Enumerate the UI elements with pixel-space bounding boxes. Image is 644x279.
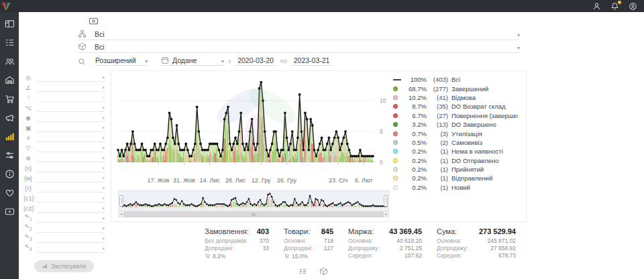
box-icon: ▣ bbox=[23, 125, 33, 132]
legend-item-8[interactable]: 0.2%(1)Нема в наявності bbox=[393, 147, 518, 156]
chevron-down-icon: ▾ bbox=[102, 195, 105, 202]
filter-select-7[interactable]: ▾ bbox=[37, 144, 105, 152]
chevron-down-icon: ▾ bbox=[102, 74, 105, 81]
navigator-scrollbar[interactable]: ◂ ▸ bbox=[118, 211, 389, 217]
filter-select-12[interactable]: ▾ bbox=[37, 194, 105, 203]
header-filters: Всі ▾ Всі ▾ Розширений ▾ bbox=[78, 14, 520, 68]
fingerprint-icon: ◉ bbox=[23, 115, 33, 122]
filter-select-17[interactable]: ▾ bbox=[37, 245, 105, 253]
filter-select-11[interactable]: ▾ bbox=[37, 184, 105, 192]
search-mode-select[interactable]: Розширений ▾ bbox=[95, 56, 148, 66]
nav-integrations-icon[interactable] bbox=[5, 150, 15, 160]
filter-row-17: ✎4▾ bbox=[23, 243, 105, 253]
filter-select-14[interactable]: ▾ bbox=[37, 215, 105, 223]
bell-icon[interactable] bbox=[610, 2, 619, 11]
nav-orders-icon[interactable] bbox=[5, 38, 15, 48]
products-view-icon[interactable] bbox=[319, 267, 328, 276]
legend-dot-swatch bbox=[393, 149, 398, 154]
nav-announce-icon[interactable] bbox=[5, 113, 15, 123]
filter-select-6[interactable]: ▾ bbox=[37, 134, 105, 142]
nav-customers-icon[interactable] bbox=[5, 56, 15, 66]
filter-select-10[interactable]: ▾ bbox=[37, 174, 105, 182]
upsell-rate: 8.2% bbox=[205, 252, 269, 260]
filter-select-2[interactable]: ▾ bbox=[37, 94, 105, 102]
upsell-rate: 15.0% bbox=[284, 252, 333, 260]
filter-select-9[interactable]: ▾ bbox=[37, 164, 105, 172]
filter-row-16: ✎3▾ bbox=[23, 233, 105, 243]
apply-button[interactable]: Застосувати bbox=[34, 260, 94, 272]
chevron-down-icon: ▾ bbox=[517, 33, 520, 38]
app-logo-icon[interactable] bbox=[1, 1, 11, 11]
legend-item-2[interactable]: 10.2%(41)Відмова bbox=[393, 93, 518, 102]
notification-badge bbox=[617, 0, 622, 5]
navigator-left-handle[interactable] bbox=[119, 195, 123, 207]
status-filter-value: Всі bbox=[95, 30, 517, 38]
scroll-left-arrow[interactable]: ◂ bbox=[118, 211, 124, 217]
filter-row-3: ⌥▾ bbox=[23, 102, 105, 112]
screen-icon[interactable] bbox=[89, 16, 99, 26]
nav-dashboard-icon[interactable] bbox=[5, 19, 15, 29]
legend-item-0[interactable]: 100%(403)Всі bbox=[393, 75, 518, 84]
legend-item-6[interactable]: 0.7%(3)Утилізація bbox=[393, 129, 518, 137]
date-to-input[interactable]: 2023-03-21 bbox=[291, 56, 333, 66]
chevron-down-icon: ▾ bbox=[102, 115, 105, 121]
date-to-label: по bbox=[280, 58, 287, 66]
filter-select-13[interactable]: ▾ bbox=[37, 205, 105, 213]
chevron-down-icon: ▾ bbox=[102, 85, 105, 91]
filter-select-15[interactable]: ▾ bbox=[37, 225, 105, 233]
date-field-value: Додане bbox=[172, 56, 197, 64]
account-icon[interactable] bbox=[629, 2, 637, 11]
package-icon bbox=[78, 42, 87, 51]
legend-item-3[interactable]: 8.7%(35)DO Возврат склад bbox=[393, 102, 518, 111]
legend-item-9[interactable]: 0.2%(1)DO Отправлено bbox=[393, 156, 518, 165]
filter-select-3[interactable]: ▾ bbox=[37, 104, 105, 112]
filter-select-1[interactable]: ▾ bbox=[37, 84, 105, 92]
product-filter-value: Всі bbox=[95, 43, 517, 51]
search-icon[interactable] bbox=[78, 58, 86, 66]
filter-select-16[interactable]: ▾ bbox=[37, 235, 105, 243]
scroll-thumb[interactable] bbox=[124, 211, 383, 217]
scroll-right-arrow[interactable]: ▸ bbox=[383, 211, 389, 217]
orders-chart[interactable]: 0510 bbox=[115, 74, 392, 174]
navigator-right-handle[interactable] bbox=[384, 195, 388, 207]
stat-subrow: Основна:245 871.02 bbox=[437, 237, 516, 245]
svg-text:10: 10 bbox=[380, 97, 386, 104]
status-filter-select[interactable]: Всі ▾ bbox=[78, 27, 520, 40]
user-icon[interactable] bbox=[592, 2, 601, 11]
nav-partners-icon[interactable] bbox=[5, 188, 15, 198]
filter-select-5[interactable]: ▾ bbox=[37, 124, 105, 132]
legend-dot-swatch bbox=[393, 87, 398, 91]
range-navigator[interactable] bbox=[118, 190, 389, 211]
braces-icon: {т} bbox=[23, 185, 33, 192]
date-from-input[interactable]: 2020-03-20 bbox=[235, 56, 276, 66]
legend-item-7[interactable]: 0.5%(2)Самовивіз bbox=[393, 138, 518, 147]
nav-info-icon[interactable] bbox=[5, 169, 15, 179]
legend-item-1[interactable]: 68.7%(277)Завершений bbox=[393, 84, 518, 93]
legend-item-11[interactable]: 0.2%(1)Відправлений bbox=[393, 174, 518, 182]
chevron-down-icon: ▾ bbox=[102, 95, 105, 101]
date-field-select[interactable]: Додане ▾ bbox=[161, 56, 224, 66]
filter-select-8[interactable]: ▾ bbox=[37, 154, 105, 162]
filter-select-4[interactable]: ▾ bbox=[37, 114, 105, 122]
list-view-icon[interactable] bbox=[299, 267, 307, 276]
legend-item-5[interactable]: 3.2%(13)DO Завершено bbox=[393, 120, 518, 129]
legend-dot-swatch bbox=[393, 185, 398, 190]
main-nav-rail bbox=[0, 12, 19, 279]
content: Всі ▾ Всі ▾ Розширений ▾ bbox=[19, 12, 644, 279]
filter-row-0: ◎▾ bbox=[23, 72, 105, 82]
sitemap-icon bbox=[78, 30, 87, 38]
legend-item-4[interactable]: 6.7%(27)Повернення (завершений) bbox=[393, 111, 518, 120]
filter-select-0[interactable]: ▾ bbox=[37, 74, 105, 82]
nav-analytics-icon[interactable] bbox=[5, 131, 15, 142]
legend-item-10[interactable]: 0.2%(1)Прийнятий bbox=[393, 165, 518, 174]
nav-warehouse-icon[interactable] bbox=[5, 75, 15, 85]
filter-row-6: ¤▾ bbox=[23, 132, 105, 142]
product-filter-select[interactable]: Всі ▾ bbox=[78, 40, 520, 53]
nav-cart-icon[interactable] bbox=[5, 94, 15, 104]
nav-video-icon[interactable] bbox=[5, 207, 15, 217]
stat-value: 845 bbox=[321, 227, 333, 235]
chevron-down-icon: ▾ bbox=[102, 185, 105, 192]
summary-stats: Замовлення:403Без допродажів:370Допродан… bbox=[205, 227, 644, 260]
date-from-label: з bbox=[228, 58, 231, 66]
legend-item-12[interactable]: 0.2%(1)Новий bbox=[393, 183, 518, 192]
